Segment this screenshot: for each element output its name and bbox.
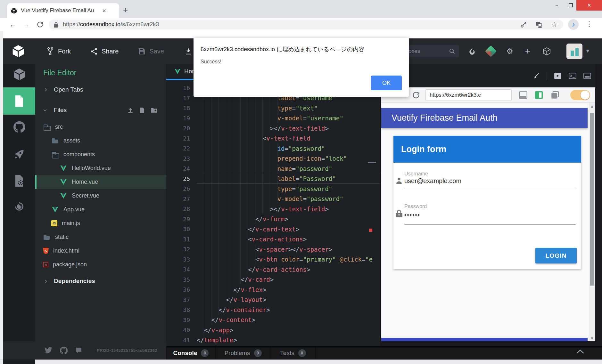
terminal-icon[interactable] bbox=[569, 73, 576, 79]
preview-refresh-icon[interactable] bbox=[412, 91, 420, 99]
console-tab-tests[interactable]: Tests0 bbox=[271, 347, 316, 360]
code-line-39[interactable]: 39</v-content> bbox=[166, 315, 380, 325]
key-icon[interactable] bbox=[520, 21, 527, 28]
new-sandbox-button[interactable]: + bbox=[523, 38, 532, 64]
tree-item-main-js[interactable]: JSmain.js bbox=[35, 216, 166, 230]
tree-item-package-json[interactable]: npackage.json bbox=[35, 258, 166, 271]
rail-file-editor-button[interactable] bbox=[3, 87, 35, 115]
code-line-35[interactable]: 35</v-card> bbox=[166, 275, 380, 285]
scroll-up-icon[interactable]: ▲ bbox=[589, 104, 595, 109]
tab-close-icon[interactable]: × bbox=[102, 7, 106, 14]
monitor-icon[interactable] bbox=[519, 91, 527, 99]
code-line-34[interactable]: 34</v-card-actions> bbox=[166, 264, 380, 275]
browser-pane-icon[interactable] bbox=[554, 72, 562, 79]
trending-button[interactable] bbox=[467, 38, 477, 64]
twitter-icon[interactable] bbox=[44, 347, 52, 354]
dependencies-section[interactable]: Dependencies bbox=[35, 274, 166, 288]
new-file-icon[interactable] bbox=[140, 108, 144, 113]
chevron-up-icon[interactable] bbox=[576, 349, 587, 354]
settings-button[interactable]: ⚙ bbox=[505, 38, 515, 64]
new-folder-icon[interactable] bbox=[151, 108, 157, 113]
code-line-37[interactable]: 37</v-layout> bbox=[166, 295, 380, 305]
codesandbox-logo[interactable] bbox=[12, 44, 24, 58]
code-line-29[interactable]: 29</v-form> bbox=[166, 214, 380, 224]
code-line-25[interactable]: 25label="Password" bbox=[166, 174, 380, 184]
rail-config-button[interactable] bbox=[3, 170, 35, 192]
live-reload-toggle[interactable] bbox=[570, 90, 590, 100]
rail-deployment-button[interactable] bbox=[3, 143, 35, 166]
minimize-button[interactable]: − bbox=[548, 0, 565, 11]
caret-down-icon[interactable]: ▾ bbox=[586, 47, 589, 54]
forward-icon[interactable]: → bbox=[21, 18, 32, 31]
upload-icon[interactable] bbox=[128, 107, 133, 113]
store-button[interactable] bbox=[486, 38, 496, 64]
comment-icon[interactable] bbox=[75, 347, 82, 354]
code-line-19[interactable]: 19v-model="username" bbox=[166, 113, 380, 124]
prettify-icon[interactable] bbox=[532, 72, 540, 79]
translate-icon[interactable] bbox=[536, 21, 542, 28]
refresh-icon[interactable] bbox=[34, 18, 45, 31]
code-line-38[interactable]: 38</v-container> bbox=[166, 305, 380, 315]
url-omnibox[interactable]: https://codesandbox.io/s/6xzm6wr2k3 ☆ bbox=[49, 20, 563, 29]
star-icon[interactable]: ☆ bbox=[551, 20, 557, 29]
line-number: 39 bbox=[166, 317, 190, 323]
code-line-22[interactable]: 22id="password" bbox=[166, 143, 380, 154]
share-button[interactable]: Share bbox=[91, 48, 119, 55]
tree-item-components[interactable]: components bbox=[35, 148, 166, 161]
alert-ok-button[interactable]: OK bbox=[371, 76, 402, 90]
github-icon[interactable] bbox=[60, 347, 68, 354]
code-line-24[interactable]: 24name="password" bbox=[166, 164, 380, 174]
back-icon[interactable]: ← bbox=[7, 18, 19, 31]
code-line-21[interactable]: 21<v-text-field bbox=[166, 133, 380, 144]
browser-tab[interactable]: Vue Vuetify Firebase Email Au × bbox=[7, 3, 119, 18]
maximize-button[interactable] bbox=[565, 0, 576, 11]
tree-item-helloworld-vue[interactable]: HelloWorld.vue bbox=[35, 161, 166, 175]
split-view-icon[interactable] bbox=[535, 91, 543, 99]
export-button[interactable] bbox=[185, 48, 192, 55]
new-tab-button[interactable]: + bbox=[123, 6, 128, 14]
tree-item-src[interactable]: src bbox=[35, 120, 166, 134]
tree-item-home-vue[interactable]: Home.vue bbox=[35, 175, 166, 189]
user-avatar[interactable] bbox=[566, 44, 582, 59]
code-line-41[interactable]: 41</template> bbox=[166, 335, 380, 345]
code-line-28[interactable]: 28></v-text-field> bbox=[166, 204, 380, 214]
stack-windows-icon[interactable] bbox=[551, 91, 559, 99]
rail-github-button[interactable] bbox=[3, 116, 35, 138]
code-line-32[interactable]: 32<v-spacer></v-spacer> bbox=[166, 244, 380, 255]
rail-live-button[interactable] bbox=[3, 195, 35, 218]
close-button[interactable]: × bbox=[576, 0, 602, 11]
kebab-menu-icon[interactable]: ⋮ bbox=[586, 20, 593, 28]
console-tab-problems[interactable]: Problems0 bbox=[216, 347, 271, 360]
files-section[interactable]: Files bbox=[35, 103, 166, 117]
save-button[interactable]: Save bbox=[138, 48, 164, 55]
code-line-40[interactable]: 40</v-app> bbox=[166, 325, 380, 335]
code-line-23[interactable]: 23prepend-icon="lock" bbox=[166, 154, 380, 164]
fork-button[interactable]: Fork bbox=[47, 47, 71, 55]
cube-icon bbox=[543, 47, 550, 55]
username-input[interactable]: user@example.com bbox=[404, 177, 461, 185]
open-tabs-section[interactable]: Open Tabs bbox=[35, 83, 166, 97]
preview-scrollbar-thumb[interactable] bbox=[590, 113, 594, 286]
code-line-26[interactable]: 26type="password" bbox=[166, 184, 380, 194]
editor-layout-icon[interactable] bbox=[583, 73, 591, 79]
tree-item-secret-vue[interactable]: Secret.vue bbox=[35, 189, 166, 203]
rail-project-button[interactable] bbox=[3, 63, 35, 85]
tree-item-assets[interactable]: assets bbox=[35, 134, 166, 148]
profile-avatar[interactable]: ♪ bbox=[568, 19, 579, 30]
code-line-31[interactable]: 31<v-card-actions> bbox=[166, 234, 380, 245]
tree-item-app-vue[interactable]: App.vue bbox=[35, 203, 166, 216]
tree-item-index-html[interactable]: 5index.html bbox=[35, 244, 166, 258]
scroll-down-icon[interactable]: ▼ bbox=[589, 336, 595, 341]
console-tab-console[interactable]: Console0 bbox=[166, 347, 216, 360]
code-line-36[interactable]: 36</v-flex> bbox=[166, 285, 380, 295]
code-line-33[interactable]: 33<v-btn color="primary" @click="e bbox=[166, 255, 380, 265]
preview-url-input[interactable]: https://6xzm6wr2k3.c bbox=[425, 89, 512, 101]
code-line-30[interactable]: 30</v-card-text> bbox=[166, 224, 380, 234]
code-line-18[interactable]: 18type="text" bbox=[166, 103, 380, 113]
tree-item-static[interactable]: static bbox=[35, 230, 166, 244]
dashboard-button[interactable] bbox=[541, 38, 552, 64]
password-input[interactable]: •••••• bbox=[404, 212, 420, 219]
login-button[interactable]: LOGIN bbox=[535, 248, 577, 263]
code-line-20[interactable]: 20></v-text-field> bbox=[166, 123, 380, 133]
code-line-27[interactable]: 27v-model="password" bbox=[166, 194, 380, 204]
